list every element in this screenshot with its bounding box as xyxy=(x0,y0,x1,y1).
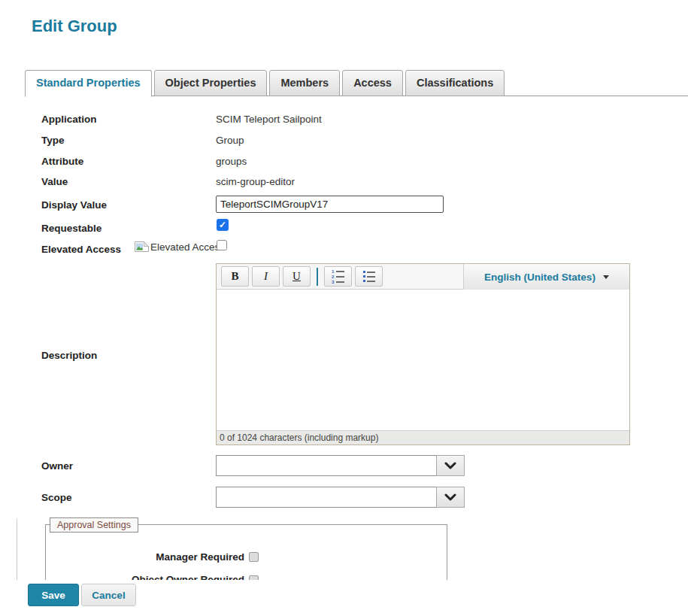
description-label: Description xyxy=(41,350,97,361)
numbered-list-icon: 1 2 3 xyxy=(332,270,344,284)
chevron-down-icon xyxy=(444,493,456,501)
bullet-list-icon xyxy=(363,271,375,282)
description-editor: B I U 1 2 3 xyxy=(216,263,630,445)
attribute-value: groups xyxy=(216,156,247,167)
numbered-list-button[interactable]: 1 2 3 xyxy=(324,266,352,287)
manager-required-label: Manager Required xyxy=(75,551,244,563)
cancel-button[interactable]: Cancel xyxy=(81,584,136,606)
edit-group-page: Edit Group Standard Properties Object Pr… xyxy=(0,0,688,616)
tab-access[interactable]: Access xyxy=(342,70,403,96)
underline-icon: U xyxy=(292,270,301,283)
page-title: Edit Group xyxy=(32,17,117,36)
elevated-access-broken-image: Elevated Access xyxy=(134,241,225,253)
footer-button-bar: Save Cancel xyxy=(0,580,688,616)
value-value: scim-group-editor xyxy=(216,176,295,187)
object-owner-required-label: Object Owner Required xyxy=(75,574,244,580)
scope-combo xyxy=(216,487,465,508)
tab-object-properties[interactable]: Object Properties xyxy=(154,70,268,96)
application-value: SCIM Teleport Sailpoint xyxy=(216,114,322,125)
language-selector-label: English (United States) xyxy=(484,272,596,283)
tab-standard-properties[interactable]: Standard Properties xyxy=(25,70,152,97)
panel-left-border xyxy=(17,519,17,580)
caret-down-icon xyxy=(603,275,609,279)
display-value-input[interactable] xyxy=(216,196,444,213)
display-value-label: Display Value xyxy=(41,199,107,211)
owner-label: Owner xyxy=(41,460,73,472)
manager-required-checkbox[interactable] xyxy=(249,552,259,562)
bullet-list-button[interactable] xyxy=(355,266,383,287)
tab-classifications[interactable]: Classifications xyxy=(405,70,505,96)
application-label: Application xyxy=(41,114,97,125)
editor-toolbar: B I U 1 2 3 xyxy=(217,264,629,290)
owner-input[interactable] xyxy=(216,455,437,476)
description-text-area[interactable] xyxy=(217,290,629,430)
type-value: Group xyxy=(216,135,244,146)
value-label: Value xyxy=(41,176,68,187)
tabs: Standard Properties Object Properties Me… xyxy=(25,70,505,97)
approval-settings-section: Approval Settings Manager Required Objec… xyxy=(0,515,688,580)
broken-image-icon xyxy=(134,241,150,253)
requestable-label: Requestable xyxy=(41,223,102,234)
italic-icon: I xyxy=(264,270,268,283)
type-label: Type xyxy=(41,135,65,146)
chevron-down-icon xyxy=(444,462,456,469)
save-button[interactable]: Save xyxy=(28,584,79,606)
owner-combo xyxy=(216,455,465,476)
underline-button[interactable]: U xyxy=(283,266,311,287)
owner-dropdown-button[interactable] xyxy=(436,455,465,476)
attribute-label: Attribute xyxy=(41,156,83,167)
character-counter: 0 of 1024 characters (including markup) xyxy=(217,430,629,445)
italic-button[interactable]: I xyxy=(252,266,280,287)
language-selector[interactable]: English (United States) xyxy=(463,264,629,290)
scope-label: Scope xyxy=(41,492,72,503)
bold-icon: B xyxy=(231,270,238,283)
scope-input[interactable] xyxy=(216,487,437,508)
approval-settings-legend: Approval Settings xyxy=(50,517,138,533)
elevated-access-label: Elevated Access xyxy=(41,244,121,255)
broken-image-alt-text: Elevated Access xyxy=(150,241,225,253)
scope-dropdown-button[interactable] xyxy=(436,487,465,508)
bold-button[interactable]: B xyxy=(221,266,249,287)
elevated-access-checkbox[interactable] xyxy=(217,240,227,250)
requestable-checkbox[interactable]: ✓ xyxy=(217,219,229,231)
tab-members[interactable]: Members xyxy=(269,70,340,96)
toolbar-divider xyxy=(317,268,318,286)
tab-bar: Standard Properties Object Properties Me… xyxy=(0,70,688,96)
